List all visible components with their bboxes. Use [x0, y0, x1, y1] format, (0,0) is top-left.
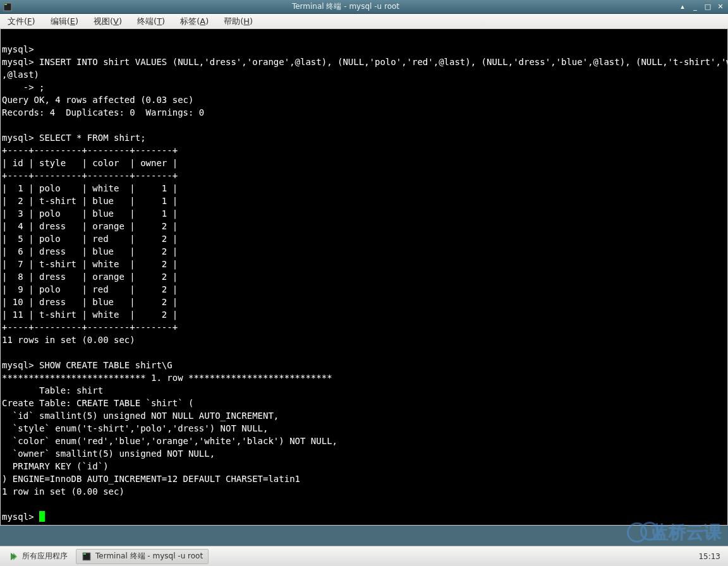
maximize-button[interactable]: □ [701, 2, 714, 12]
terminal-line: | 7 | t-shirt | white | 2 | [1, 258, 727, 270]
terminal-line [1, 346, 727, 359]
terminal-line: mysql> SELECT * FROM shirt; [1, 131, 727, 144]
taskbar-all-apps[interactable]: 所有应用程序 [3, 549, 73, 564]
svg-rect-3 [83, 553, 86, 555]
terminal-line: | 4 | dress | orange | 2 | [1, 220, 727, 232]
terminal-line: | 9 | polo | red | 2 | [1, 283, 727, 296]
terminal-line: | 6 | dress | blue | 2 | [1, 245, 727, 258]
rollup-button[interactable]: ▴ [676, 2, 689, 12]
terminal-line: | 3 | polo | blue | 1 | [1, 207, 727, 220]
watermark-text: 蓝桥云课 [651, 521, 722, 545]
terminal-line: `id` smallint(5) unsigned NOT NULL AUTO_… [1, 409, 727, 422]
terminal-line: | 11 | t-shirt | white | 2 | [1, 308, 727, 321]
terminal-line: mysql> [1, 43, 727, 56]
window-titlebar: Terminal 终端 - mysql -u root ▴ _ □ ✕ [0, 0, 728, 14]
window-controls: ▴ _ □ ✕ [676, 2, 727, 12]
terminal-line: +----+---------+--------+-------+ [1, 321, 727, 334]
close-button[interactable]: ✕ [714, 2, 727, 12]
menu-help[interactable]: 帮助(H) [221, 15, 255, 28]
terminal-line: mysql> INSERT INTO shirt VALUES (NULL,'d… [1, 56, 727, 68]
terminal-line: `owner` smallint(5) unsigned NOT NULL, [1, 447, 727, 460]
terminal-line: | id | style | color | owner | [1, 157, 727, 169]
taskbar-all-apps-label: 所有应用程序 [22, 551, 68, 562]
menu-tabs[interactable]: 标签(A) [178, 15, 211, 28]
terminal-line: *************************** 1. row *****… [1, 371, 727, 384]
terminal-icon [82, 551, 92, 562]
taskbar: 所有应用程序 Terminal 终端 - mysql -u root 15:13 [0, 546, 728, 566]
terminal-line: `color` enum('red','blue','orange','whit… [1, 435, 727, 447]
terminal-line: | 5 | polo | red | 2 | [1, 232, 727, 245]
terminal-line: PRIMARY KEY (`id`) [1, 460, 727, 473]
terminal-output[interactable]: mysql>mysql> INSERT INTO shirt VALUES (N… [0, 29, 728, 526]
terminal-line [1, 498, 727, 510]
menu-bar: 文件(F) 编辑(E) 视图(V) 终端(T) 标签(A) 帮助(H) [0, 14, 728, 29]
menu-view[interactable]: 视图(V) [91, 15, 124, 28]
terminal-line [1, 119, 727, 131]
menu-terminal[interactable]: 终端(T) [135, 15, 167, 28]
menu-edit[interactable]: 编辑(E) [48, 15, 81, 28]
menu-file[interactable]: 文件(F) [5, 15, 38, 28]
terminal-line: +----+---------+--------+-------+ [1, 144, 727, 157]
terminal-line: ,@last) [1, 68, 727, 81]
terminal-line: mysql> [1, 510, 727, 523]
terminal-line: | 1 | polo | white | 1 | [1, 182, 727, 195]
terminal-line [1, 30, 727, 43]
terminal-line: 11 rows in set (0.00 sec) [1, 334, 727, 346]
apps-icon [8, 551, 18, 562]
terminal-line: +----+---------+--------+-------+ [1, 169, 727, 182]
svg-rect-1 [4, 4, 7, 5]
terminal-line: Table: shirt [1, 384, 727, 397]
watermark: 蓝桥云课 [627, 521, 722, 545]
window-title: Terminal 终端 - mysql -u root [15, 1, 676, 12]
taskbar-terminal-label: Terminal 终端 - mysql -u root [95, 551, 203, 562]
terminal-line: mysql> SHOW CREATE TABLE shirt\G [1, 359, 727, 371]
terminal-line: -> ; [1, 81, 727, 93]
terminal-line: | 10 | dress | blue | 2 | [1, 296, 727, 308]
terminal-line: | 8 | dress | orange | 2 | [1, 270, 727, 283]
terminal-line: | 2 | t-shirt | blue | 1 | [1, 195, 727, 207]
taskbar-terminal-task[interactable]: Terminal 终端 - mysql -u root [76, 549, 209, 564]
app-icon [3, 2, 13, 12]
terminal-line: ) ENGINE=InnoDB AUTO_INCREMENT=12 DEFAUL… [1, 473, 727, 485]
cursor [39, 511, 45, 522]
terminal-line: 1 row in set (0.00 sec) [1, 485, 727, 498]
terminal-line: Query OK, 4 rows affected (0.03 sec) [1, 93, 727, 106]
terminal-line: `style` enum('t-shirt','polo','dress') N… [1, 422, 727, 435]
watermark-icon [627, 522, 647, 543]
terminal-line: Records: 4 Duplicates: 0 Warnings: 0 [1, 106, 727, 119]
minimize-button[interactable]: _ [689, 2, 701, 12]
taskbar-clock[interactable]: 15:13 [693, 552, 725, 561]
terminal-line: Create Table: CREATE TABLE `shirt` ( [1, 397, 727, 409]
